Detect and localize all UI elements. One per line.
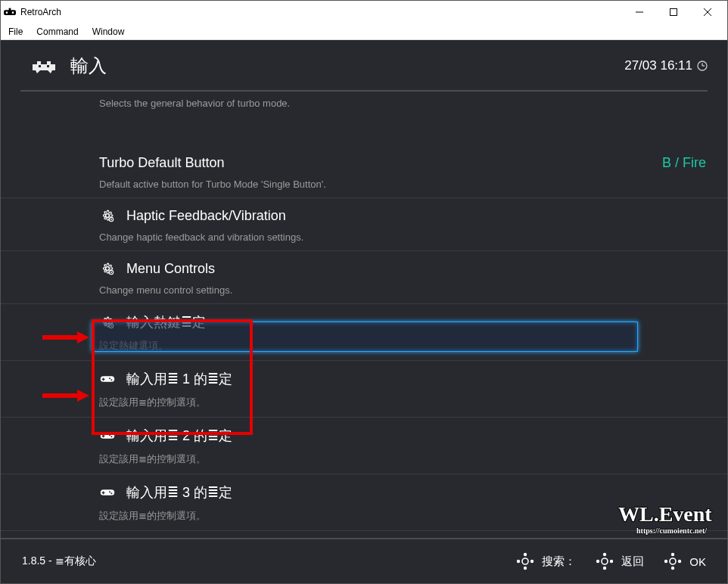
item-label: Turbo Default Button (99, 155, 224, 171)
item-label: Haptic Feedback/Vibration (126, 208, 286, 224)
gamepad-icon (99, 484, 116, 501)
bottombar-actions: 搜索： 返回 OK (516, 552, 706, 570)
svg-point-57 (671, 567, 674, 570)
gamepad-icon (99, 427, 116, 444)
svg-point-53 (670, 558, 676, 564)
item-label: 輸入用≣ 1 的≣定 (126, 370, 232, 388)
svg-point-49 (603, 553, 606, 556)
svg-rect-26 (102, 436, 105, 436)
svg-rect-31 (102, 492, 105, 493)
svg-point-2 (6, 11, 8, 14)
item-label: 輸入熱鍵≣定 (126, 313, 206, 331)
search-label: 搜索： (542, 554, 576, 569)
version-text: 1.8.5 - ≣有核心 (22, 554, 96, 568)
menubar: File Command Window (1, 23, 727, 40)
clock-icon (697, 61, 708, 71)
settings-list: Turbo Default ButtonB / FireDefault acti… (1, 146, 727, 566)
gear-icon (99, 207, 116, 224)
settings-item[interactable]: 輸入用≣ 2 的≣定設定該用≣的控制選項。 (1, 417, 727, 474)
menu-command[interactable]: Command (36, 26, 78, 37)
svg-point-27 (109, 434, 110, 436)
clock-text: 27/03 16:11 (624, 58, 692, 73)
item-desc: Default active button for Turbo Mode 'Si… (99, 179, 727, 190)
svg-point-56 (664, 560, 667, 563)
svg-point-47 (524, 567, 527, 570)
svg-point-3 (12, 11, 14, 14)
item-label: 輸入用≣ 2 的≣定 (126, 427, 232, 445)
svg-point-50 (610, 560, 613, 563)
svg-point-54 (671, 553, 674, 556)
svg-point-44 (524, 553, 527, 556)
settings-item[interactable]: Haptic Feedback/VibrationChange haptic f… (1, 197, 727, 250)
settings-item[interactable]: Menu ControlsChange menu control setting… (1, 250, 727, 303)
svg-rect-1 (9, 8, 11, 11)
retroarch-icon (31, 57, 57, 75)
item-value: B / Fire (662, 155, 706, 171)
svg-point-23 (110, 379, 112, 381)
menu-file[interactable]: File (8, 26, 23, 37)
search-action[interactable]: 搜索： (516, 552, 576, 570)
ok-label: OK (689, 555, 706, 568)
dpad-icon (516, 552, 534, 570)
titlebar-left: RetroArch (4, 6, 61, 18)
clock: 27/03 16:11 (624, 58, 708, 73)
page-title: 輸入 (70, 54, 107, 78)
svg-point-43 (522, 558, 528, 564)
settings-item[interactable]: 輸入用≣ 3 的≣定設定該用≣的控制選項。 (1, 474, 727, 530)
svg-point-45 (530, 560, 534, 563)
settings-item[interactable]: 輸入用≣ 1 的≣定設定該用≣的控制選項。 (1, 360, 727, 417)
content-header: 輸入 27/03 16:11 (1, 40, 727, 87)
window-controls (622, 1, 724, 23)
dpad-icon (664, 552, 682, 570)
svg-point-51 (596, 560, 599, 563)
svg-point-46 (517, 560, 520, 563)
svg-point-18 (110, 325, 112, 327)
item-desc: 設定該用≣的控制選項。 (99, 509, 727, 523)
maximize-button[interactable] (656, 1, 690, 23)
svg-point-48 (602, 558, 608, 564)
truncated-desc: Selects the general behavior of turbo mo… (99, 98, 727, 109)
svg-rect-5 (670, 9, 677, 16)
item-desc: 設定該用≣的控制選項。 (99, 452, 727, 466)
svg-point-32 (109, 491, 110, 492)
gamepad-icon (99, 371, 116, 387)
gear-icon (99, 314, 116, 331)
settings-item[interactable]: Turbo Default ButtonB / FireDefault acti… (1, 146, 727, 197)
svg-rect-9 (47, 65, 49, 67)
svg-point-52 (603, 567, 606, 570)
window-title: RetroArch (20, 7, 61, 17)
item-desc: Change menu control settings. (99, 284, 727, 296)
svg-point-28 (110, 436, 112, 437)
back-action[interactable]: 返回 (596, 552, 644, 570)
svg-rect-21 (102, 379, 105, 380)
svg-point-55 (678, 560, 681, 563)
svg-rect-8 (39, 65, 41, 67)
item-desc: 設定該用≣的控制選項。 (99, 396, 727, 409)
item-desc: 設定熱鍵選項。 (99, 339, 727, 353)
svg-point-22 (109, 377, 110, 379)
bottombar: 1.8.5 - ≣有核心 搜索： 返回 OK (1, 538, 727, 583)
item-desc: Change haptic feedback and vibration set… (99, 231, 727, 243)
item-label: 輸入用≣ 3 的≣定 (126, 483, 232, 502)
gear-icon (99, 260, 116, 277)
svg-point-33 (110, 492, 112, 494)
app-icon (4, 6, 16, 18)
header-divider (20, 90, 708, 92)
close-button[interactable] (690, 1, 724, 23)
content-area: 輸入 27/03 16:11 Selects the general behav… (1, 40, 727, 583)
svg-point-16 (110, 272, 112, 273)
item-label: Menu Controls (126, 261, 215, 277)
minimize-button[interactable] (622, 1, 656, 23)
dpad-icon (596, 552, 614, 570)
menu-window[interactable]: Window (92, 26, 125, 37)
settings-item[interactable]: 輸入熱鍵≣定設定熱鍵選項。 (1, 303, 727, 360)
window-titlebar: RetroArch (1, 1, 727, 23)
ok-action[interactable]: OK (664, 552, 706, 570)
back-label: 返回 (621, 554, 644, 569)
svg-point-14 (110, 219, 112, 220)
